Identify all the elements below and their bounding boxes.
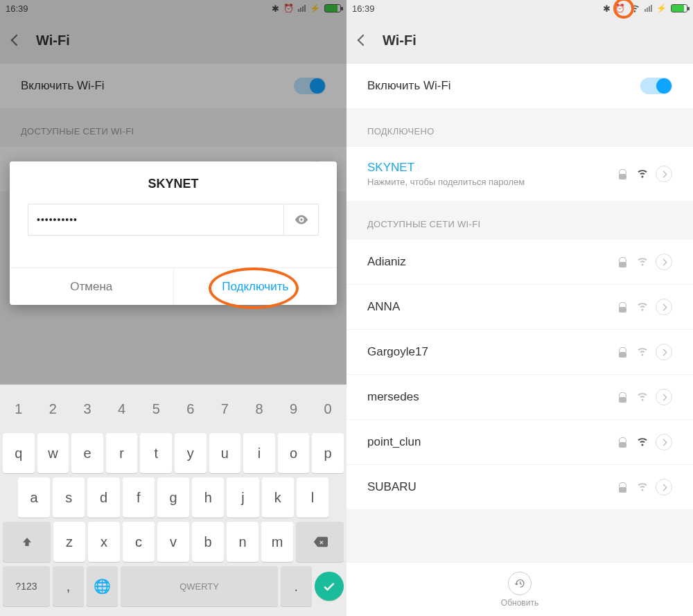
key-r[interactable]: r	[106, 433, 138, 473]
network-details-button[interactable]	[656, 254, 672, 270]
key-j[interactable]: j	[227, 477, 258, 518]
key-7[interactable]: 7	[209, 389, 241, 429]
key-f[interactable]: f	[123, 477, 155, 518]
key-g[interactable]: g	[157, 477, 189, 518]
key-8[interactable]: 8	[243, 389, 275, 429]
shift-icon	[21, 536, 33, 547]
lock-icon	[619, 392, 626, 402]
network-row[interactable]: Adianiz	[346, 239, 693, 284]
key-globe[interactable]: 🌐	[87, 566, 118, 606]
key-v[interactable]: v	[157, 522, 189, 562]
password-input[interactable]	[28, 204, 284, 236]
eye-icon	[294, 212, 309, 227]
key-mode[interactable]: ?123	[3, 566, 50, 606]
key-m[interactable]: m	[261, 522, 293, 562]
key-i[interactable]: i	[243, 433, 275, 473]
key-e[interactable]: e	[71, 433, 103, 473]
wifi-toggle[interactable]	[640, 78, 672, 94]
wifi-signal-icon	[636, 437, 649, 447]
dialog-title: SKYNET	[10, 161, 337, 204]
key-w[interactable]: w	[37, 433, 69, 473]
header: Wi-Fi	[346, 17, 693, 64]
network-row[interactable]: mersedes	[346, 374, 693, 419]
history-icon	[514, 578, 525, 589]
key-9[interactable]: 9	[278, 389, 310, 429]
network-name: ANNA	[367, 300, 619, 314]
key-y[interactable]: y	[175, 433, 207, 473]
cancel-button[interactable]: Отмена	[10, 268, 173, 305]
key-s[interactable]: s	[53, 477, 85, 518]
page-title: Wi-Fi	[383, 33, 416, 49]
connected-header: ПОДКЛЮЧЕНО	[346, 108, 693, 146]
backspace-icon	[313, 534, 328, 549]
lock-icon	[619, 302, 626, 312]
network-details-button[interactable]	[656, 299, 672, 315]
show-password-button[interactable]	[284, 204, 319, 236]
key-comma[interactable]: ,	[53, 566, 84, 606]
back-icon[interactable]	[358, 35, 369, 46]
enable-wifi-row[interactable]: Включить Wi-Fi	[346, 64, 693, 108]
network-details-button[interactable]	[656, 166, 672, 182]
key-n[interactable]: n	[227, 522, 258, 562]
wifi-signal-icon	[636, 347, 649, 357]
network-row[interactable]: point_clun	[346, 419, 693, 464]
network-name: point_clun	[367, 435, 619, 449]
network-name: SKYNET	[367, 161, 619, 175]
network-details-button[interactable]	[656, 479, 672, 495]
wifi-signal-icon	[636, 302, 649, 312]
network-name: mersedes	[367, 390, 619, 404]
key-h[interactable]: h	[192, 477, 224, 518]
connect-button[interactable]: Подключить	[173, 268, 337, 305]
wifi-password-dialog: SKYNET Отмена Подключить	[10, 161, 337, 305]
connected-network-row[interactable]: SKYNET Нажмите, чтобы поделиться паролем	[346, 146, 693, 201]
network-name: Adianiz	[367, 255, 619, 269]
key-3[interactable]: 3	[71, 389, 103, 429]
enable-wifi-label: Включить Wi-Fi	[367, 79, 451, 93]
battery-icon	[671, 4, 687, 12]
key-z[interactable]: z	[53, 522, 85, 562]
wifi-signal-icon	[636, 482, 649, 492]
wifi-status-icon	[629, 2, 640, 15]
key-space[interactable]: QWERTY	[121, 566, 277, 606]
network-row[interactable]: Gargoyle17	[346, 329, 693, 374]
key-a[interactable]: a	[18, 477, 50, 518]
key-5[interactable]: 5	[140, 389, 172, 429]
key-k[interactable]: k	[262, 477, 294, 518]
key-period[interactable]: .	[281, 566, 312, 606]
key-t[interactable]: t	[140, 433, 172, 473]
key-x[interactable]: x	[88, 522, 120, 562]
key-l[interactable]: l	[297, 477, 328, 518]
key-shift[interactable]	[3, 522, 51, 562]
signal-icon	[644, 5, 652, 12]
wifi-signal-icon	[636, 392, 649, 402]
key-d[interactable]: d	[87, 477, 119, 518]
key-u[interactable]: u	[209, 433, 241, 473]
network-details-button[interactable]	[656, 389, 672, 405]
key-2[interactable]: 2	[37, 389, 69, 429]
network-row[interactable]: ANNA	[346, 284, 693, 329]
lock-icon	[619, 169, 626, 179]
key-o[interactable]: o	[278, 433, 310, 473]
key-enter[interactable]	[315, 572, 344, 601]
key-c[interactable]: c	[123, 522, 155, 562]
key-0[interactable]: 0	[312, 389, 344, 429]
key-6[interactable]: 6	[175, 389, 207, 429]
key-q[interactable]: q	[3, 433, 35, 473]
key-b[interactable]: b	[192, 522, 224, 562]
refresh-footer: Обновить	[346, 562, 693, 616]
network-name: Gargoyle17	[367, 345, 619, 359]
network-row[interactable]: SUBARU	[346, 464, 693, 509]
refresh-button[interactable]	[508, 572, 532, 595]
lock-icon	[619, 257, 626, 267]
key-backspace[interactable]	[296, 522, 344, 562]
network-name: SUBARU	[367, 480, 619, 494]
lock-icon	[619, 347, 626, 357]
key-p[interactable]: p	[312, 433, 344, 473]
key-4[interactable]: 4	[106, 389, 138, 429]
check-icon	[322, 579, 336, 593]
network-details-button[interactable]	[656, 434, 672, 450]
network-details-button[interactable]	[656, 344, 672, 360]
key-1[interactable]: 1	[3, 389, 35, 429]
globe-icon: 🌐	[94, 578, 111, 595]
available-networks-header: ДОСТУПНЫЕ СЕТИ WI-FI	[346, 201, 693, 239]
